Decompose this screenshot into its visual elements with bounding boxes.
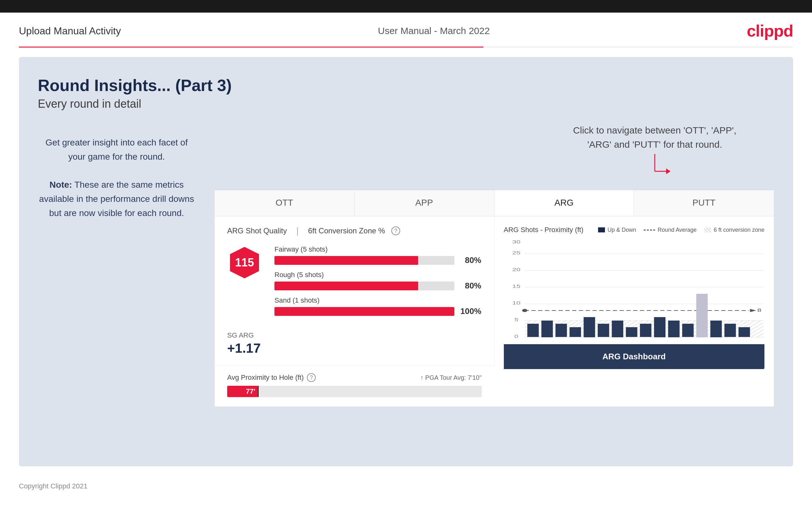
bar-rough-fill bbox=[274, 282, 418, 290]
help-icon[interactable]: ? bbox=[391, 226, 400, 235]
right-panel-container: Click to navigate between 'OTT', 'APP','… bbox=[214, 123, 774, 407]
svg-text:5: 5 bbox=[514, 318, 518, 322]
chart-bar-9 bbox=[640, 324, 651, 337]
proximity-bar-track: 77' bbox=[227, 386, 482, 397]
chart-bar-1 bbox=[527, 324, 539, 337]
chart-bar-5 bbox=[583, 317, 595, 337]
card-left-section: ARG Shot Quality | 6ft Conversion Zone %… bbox=[215, 216, 494, 406]
chart-bar-10 bbox=[654, 317, 665, 337]
bar-sand-track bbox=[274, 307, 454, 316]
svg-text:8: 8 bbox=[757, 308, 761, 313]
arg-dashboard-button[interactable]: ARG Dashboard bbox=[504, 344, 765, 369]
card-right-section: ARG Shots - Proximity (ft) Up & Down Rou… bbox=[494, 216, 774, 406]
tab-putt[interactable]: PUTT bbox=[634, 190, 774, 216]
chart-bar-8 bbox=[626, 327, 637, 337]
bars-section: Fairway (5 shots) 80% bbox=[274, 245, 481, 322]
chart-bar-12 bbox=[682, 324, 694, 337]
shot-quality-label: ARG Shot Quality bbox=[227, 226, 287, 235]
left-description-panel: Get greater insight into each facet of y… bbox=[38, 123, 195, 220]
legend-round-avg-label: Round Average bbox=[658, 227, 697, 233]
section-subtitle: Every round in detail bbox=[38, 97, 774, 111]
hex-badge-value: 115 bbox=[235, 256, 254, 269]
sg-section: SG ARG +1.17 bbox=[227, 331, 481, 356]
bar-fairway: Fairway (5 shots) 80% bbox=[274, 245, 481, 265]
svg-text:0: 0 bbox=[514, 334, 518, 339]
tab-arg[interactable]: ARG bbox=[494, 190, 634, 216]
document-title: User Manual - March 2022 bbox=[378, 25, 490, 36]
bar-sand-container: 100% bbox=[274, 306, 481, 316]
chart-bar-6 bbox=[597, 324, 609, 337]
header-divider bbox=[19, 47, 793, 48]
chart-bar-7 bbox=[612, 321, 623, 337]
legend-up-down: Up & Down bbox=[598, 227, 636, 233]
chart-bar-3 bbox=[555, 324, 566, 337]
svg-marker-2 bbox=[666, 168, 670, 174]
svg-text:15: 15 bbox=[512, 284, 520, 289]
chart-area: 0 5 10 15 20 25 30 bbox=[504, 240, 765, 341]
proximity-label-group: Avg Proximity to Hole (ft) ? bbox=[227, 373, 316, 382]
chart-bar-14 bbox=[710, 321, 721, 337]
card-left-content: ARG Shot Quality | 6ft Conversion Zone %… bbox=[215, 216, 494, 365]
content-layout: Get greater insight into each facet of y… bbox=[38, 123, 774, 407]
proximity-section: Avg Proximity to Hole (ft) ? ↑ PGA Tour … bbox=[215, 365, 494, 406]
bar-sand-label: Sand (1 shots) bbox=[274, 296, 481, 304]
chart-bar-4 bbox=[569, 327, 581, 337]
proximity-help-icon[interactable]: ? bbox=[307, 373, 316, 382]
proximity-cursor bbox=[258, 386, 259, 397]
arrow-icon bbox=[649, 154, 674, 182]
tab-app[interactable]: APP bbox=[354, 190, 494, 216]
bar-rough-container: 80% bbox=[274, 281, 481, 291]
chart-bar-16 bbox=[738, 327, 750, 337]
bar-sand-pct: 100% bbox=[459, 306, 481, 316]
note-label: Note: bbox=[49, 180, 72, 189]
description-text: Get greater insight into each facet of y… bbox=[38, 136, 195, 220]
legend-round-avg: Round Average bbox=[644, 227, 697, 233]
bar-fairway-fill bbox=[274, 256, 418, 265]
logo: clippd bbox=[747, 21, 793, 40]
footer: Copyright Clippd 2021 bbox=[0, 476, 812, 497]
legend-square-icon bbox=[598, 227, 605, 232]
legend-hatched-icon bbox=[704, 227, 711, 232]
chart-title: ARG Shots - Proximity (ft) bbox=[504, 226, 583, 234]
bar-sand: Sand (1 shots) 100% bbox=[274, 296, 481, 316]
chart-bar-11 bbox=[668, 321, 679, 337]
legend: Up & Down Round Average 6 ft conversion … bbox=[598, 227, 764, 233]
chart-bar-13 bbox=[696, 294, 707, 337]
chart-bar-2 bbox=[541, 321, 553, 337]
round-avg-arrow bbox=[750, 309, 756, 312]
proximity-bar-fill: 77' bbox=[227, 386, 258, 397]
bar-rough-pct: 80% bbox=[459, 281, 481, 291]
bar-fairway-track bbox=[274, 256, 454, 265]
svg-text:25: 25 bbox=[512, 251, 520, 256]
section-title: Round Insights... (Part 3) bbox=[38, 76, 774, 95]
main-content: Round Insights... (Part 3) Every round i… bbox=[19, 57, 793, 466]
proximity-value: 77' bbox=[246, 387, 255, 396]
sg-label: SG ARG bbox=[227, 331, 481, 339]
description-main: Get greater insight into each facet of y… bbox=[39, 137, 194, 218]
conversion-label: 6ft Conversion Zone % bbox=[308, 226, 385, 235]
round-avg-dot bbox=[522, 309, 527, 312]
legend-up-down-label: Up & Down bbox=[608, 227, 636, 233]
hex-badge: 115 bbox=[227, 245, 262, 280]
legend-6ft: 6 ft conversion zone bbox=[704, 227, 764, 233]
hex-bars-container: 115 Fairway (5 shots) bbox=[227, 245, 481, 322]
card-body: ARG Shot Quality | 6ft Conversion Zone %… bbox=[215, 216, 774, 406]
page-title: Upload Manual Activity bbox=[19, 25, 121, 37]
svg-text:20: 20 bbox=[512, 267, 520, 272]
bar-rough: Rough (5 shots) 80% bbox=[274, 271, 481, 291]
proximity-label: Avg Proximity to Hole (ft) bbox=[227, 374, 304, 382]
bar-fairway-pct: 80% bbox=[459, 256, 481, 265]
proximity-header: Avg Proximity to Hole (ft) ? ↑ PGA Tour … bbox=[227, 373, 482, 382]
header: Upload Manual Activity User Manual - Mar… bbox=[0, 13, 812, 47]
bar-sand-fill bbox=[274, 307, 454, 316]
main-card: OTT APP ARG PUTT bbox=[214, 190, 774, 407]
legend-6ft-label: 6 ft conversion zone bbox=[714, 227, 764, 233]
bar-fairway-label: Fairway (5 shots) bbox=[274, 245, 481, 253]
chart-svg: 0 5 10 15 20 25 30 bbox=[504, 240, 765, 341]
chart-bar-15 bbox=[724, 324, 736, 337]
bar-fairway-container: 80% bbox=[274, 256, 481, 265]
bar-rough-label: Rough (5 shots) bbox=[274, 271, 481, 279]
legend-dashed-icon bbox=[644, 230, 655, 230]
chart-header: ARG Shots - Proximity (ft) Up & Down Rou… bbox=[504, 226, 765, 234]
tab-ott[interactable]: OTT bbox=[215, 190, 354, 216]
